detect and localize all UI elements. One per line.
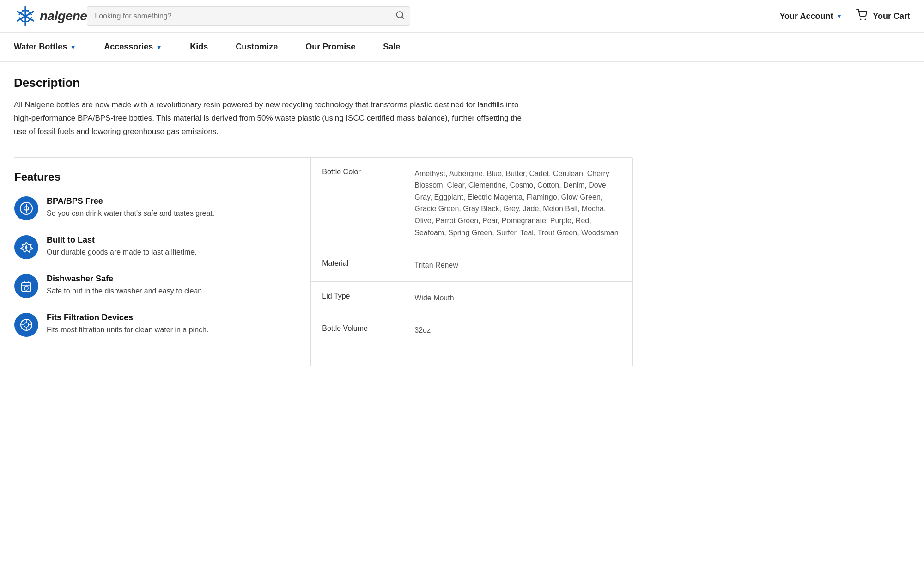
feature-desc-built: Our durable goods are made to last a lif… <box>47 247 197 258</box>
nav-item-customize[interactable]: Customize <box>222 33 292 61</box>
nav-item-accessories[interactable]: Accessories ▼ <box>90 33 176 61</box>
specs-column: Bottle Color Amethyst, Aubergine, Blue, … <box>311 158 632 366</box>
spec-value-volume: 32oz <box>414 324 621 336</box>
feature-desc-bpa: So you can drink water that's safe and t… <box>47 208 214 219</box>
logo[interactable]: nalgene <box>14 5 87 28</box>
feature-desc-dishwasher: Safe to put in the dishwasher and easy t… <box>47 286 204 297</box>
search-input[interactable] <box>87 6 410 26</box>
cart-icon <box>856 9 869 24</box>
svg-point-13 <box>865 19 866 20</box>
header-right: Your Account ▼ Your Cart <box>779 9 910 24</box>
cart-button[interactable]: Your Cart <box>856 9 910 24</box>
account-label: Your Account <box>779 12 833 21</box>
feature-content-dishwasher: Dishwasher Safe Safe to put in the dishw… <box>47 274 204 297</box>
feature-name-filtration: Fits Filtration Devices <box>47 313 208 323</box>
bpa-free-icon <box>14 196 38 220</box>
nav-item-kids[interactable]: Kids <box>176 33 222 61</box>
spec-row-material: Material Tritan Renew <box>311 249 632 282</box>
spec-label-volume: Bottle Volume <box>322 324 414 333</box>
features-title: Features <box>14 171 297 183</box>
feature-name-dishwasher: Dishwasher Safe <box>47 274 204 284</box>
features-specs-container: Features BPA/BPS Free So you can drink w… <box>14 157 633 366</box>
description-title: Description <box>14 76 633 90</box>
description-text: All Nalgene bottles are now made with a … <box>14 98 522 139</box>
main-content: Description All Nalgene bottles are now … <box>0 62 647 384</box>
spec-row-volume: Bottle Volume 32oz <box>311 314 632 347</box>
site-header: nalgene Your Account ▼ Your Cart <box>0 0 924 33</box>
feature-content-bpa: BPA/BPS Free So you can drink water that… <box>47 196 214 219</box>
built-to-last-icon <box>14 235 38 259</box>
dishwasher-safe-icon <box>14 274 38 298</box>
svg-line-11 <box>402 17 404 18</box>
logo-icon <box>14 5 37 28</box>
spec-value-color: Amethyst, Aubergine, Blue, Butter, Cadet… <box>414 168 621 239</box>
account-chevron-icon: ▼ <box>836 12 842 20</box>
spec-value-material: Tritan Renew <box>414 259 621 271</box>
search-button[interactable] <box>395 11 405 22</box>
feature-name-bpa: BPA/BPS Free <box>47 196 214 206</box>
svg-point-9 <box>24 15 27 18</box>
spec-row-color: Bottle Color Amethyst, Aubergine, Blue, … <box>311 158 632 250</box>
cart-label: Your Cart <box>873 12 910 21</box>
search-bar[interactable] <box>87 6 410 26</box>
feature-content-built: Built to Last Our durable goods are made… <box>47 235 197 258</box>
chevron-down-icon: ▼ <box>70 43 76 51</box>
spec-label-color: Bottle Color <box>322 168 414 176</box>
svg-point-18 <box>24 286 28 290</box>
feature-name-built: Built to Last <box>47 235 197 245</box>
main-nav: Water Bottles ▼ Accessories ▼ Kids Custo… <box>0 33 924 62</box>
filtration-icon <box>14 313 38 337</box>
account-button[interactable]: Your Account ▼ <box>779 12 842 21</box>
logo-text: nalgene <box>40 9 87 24</box>
feature-item-bpa: BPA/BPS Free So you can drink water that… <box>14 196 297 220</box>
feature-desc-filtration: Fits most filtration units for clean wat… <box>47 324 208 335</box>
chevron-down-icon: ▼ <box>156 43 162 51</box>
spec-label-material: Material <box>322 259 414 268</box>
feature-item-built: Built to Last Our durable goods are made… <box>14 235 297 259</box>
nav-item-sale[interactable]: Sale <box>369 33 414 61</box>
feature-item-dishwasher: Dishwasher Safe Safe to put in the dishw… <box>14 274 297 298</box>
svg-point-22 <box>24 323 29 327</box>
feature-content-filtration: Fits Filtration Devices Fits most filtra… <box>47 313 208 335</box>
spec-value-lid: Wide Mouth <box>414 292 621 304</box>
description-section: Description All Nalgene bottles are now … <box>14 76 633 139</box>
feature-item-filtration: Fits Filtration Devices Fits most filtra… <box>14 313 297 337</box>
spec-row-lid: Lid Type Wide Mouth <box>311 282 632 315</box>
spec-label-lid: Lid Type <box>322 292 414 300</box>
nav-item-water-bottles[interactable]: Water Bottles ▼ <box>14 33 90 61</box>
nav-item-our-promise[interactable]: Our Promise <box>292 33 369 61</box>
svg-point-12 <box>860 19 862 20</box>
features-column: Features BPA/BPS Free So you can drink w… <box>14 158 311 366</box>
